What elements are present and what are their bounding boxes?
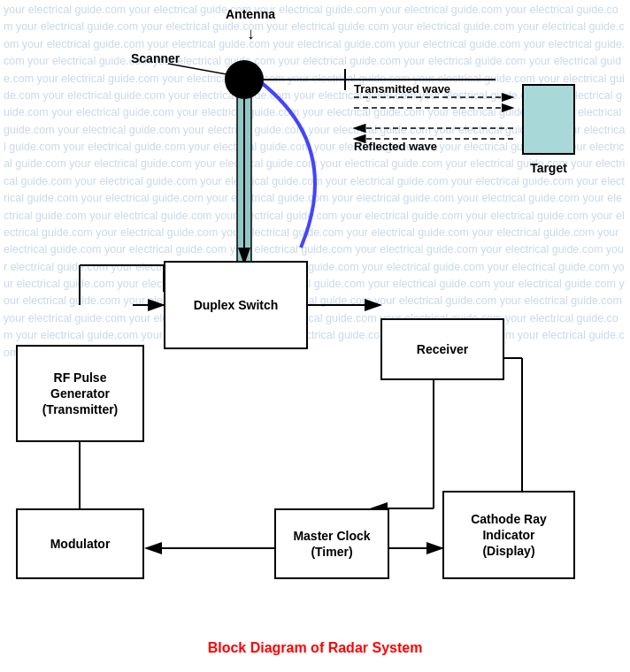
diagram-container: Antenna ↓ Scanner Transmitted wave Refle… <box>0 0 630 672</box>
target-box <box>522 84 575 155</box>
svg-rect-2 <box>237 80 251 274</box>
scanner-label: Scanner <box>131 51 180 65</box>
transmitted-wave-label: Transmitted wave <box>354 82 450 95</box>
rf-pulse-generator-box: RF Pulse Generator (Transmitter) <box>16 345 144 442</box>
diagram-title: Block Diagram of Radar System <box>0 640 630 656</box>
cathode-ray-box: Cathode Ray Indicator (Display) <box>442 491 575 579</box>
target-label: Target <box>522 161 575 175</box>
modulator-box: Modulator <box>16 508 144 579</box>
reflected-wave-label: Reflected wave <box>354 140 437 153</box>
receiver-box: Receiver <box>380 318 504 380</box>
antenna-label: Antenna <box>226 7 275 21</box>
svg-point-3 <box>225 60 264 99</box>
duplex-switch-box: Duplex Switch <box>164 261 308 349</box>
master-clock-box: Master Clock (Timer) <box>274 508 389 579</box>
